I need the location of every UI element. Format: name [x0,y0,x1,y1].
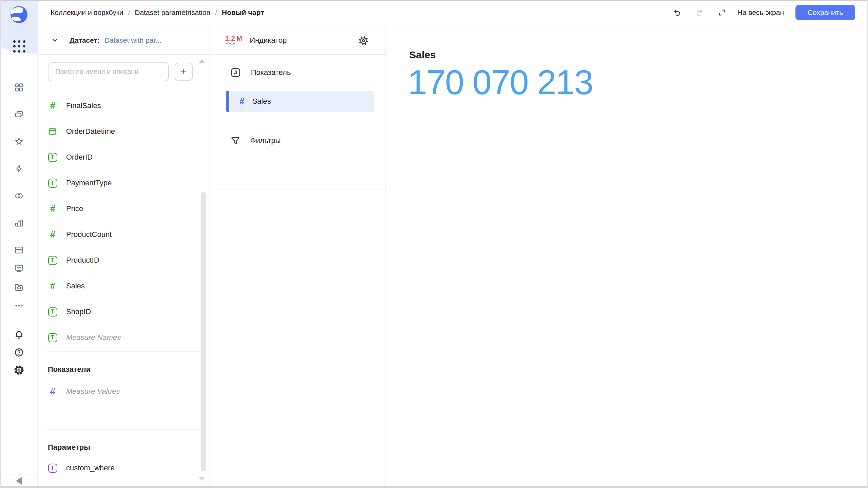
sidebar-item-workbooks[interactable] [9,79,29,96]
scroll-up-arrow[interactable] [198,59,205,63]
field-row-productid[interactable]: T ProductID [48,247,202,273]
field-label: Price [66,204,83,213]
sidebar-item-charts[interactable] [9,214,29,232]
fullscreen-toggle[interactable]: На весь экран [737,8,784,17]
sidebar-item-datasets[interactable] [9,187,29,205]
breadcrumb: Коллекции и воркбуки / Dataset parametri… [51,8,264,17]
field-label: PaymentType [66,179,112,187]
field-row-productcount[interactable]: # ProductCount [48,222,202,247]
chart-settings-button[interactable] [356,33,371,48]
breadcrumb-current-chart: Новый чарт [222,8,264,17]
expand-icon [717,8,726,17]
measure-section-label: Показатель [251,68,291,77]
date-field-icon [48,127,57,136]
collapse-arrow-icon [16,477,22,485]
window-border [0,0,868,1]
breadcrumb-collections[interactable]: Коллекции и воркбуки [51,8,123,17]
chevron-down-icon [51,36,59,44]
dataset-collapse-button[interactable] [49,35,61,46]
notifications-button[interactable] [9,326,29,344]
sidebar-item-collections[interactable] [9,106,29,123]
undo-button[interactable] [670,6,684,19]
funnel-icon [230,135,241,146]
chart-type-label: Индикатор [250,36,287,45]
breadcrumb-workbook[interactable]: Dataset parametrisation [135,8,210,17]
save-button[interactable]: Сохранить [795,5,855,20]
number-field-icon: # [239,97,244,106]
text-field-icon: T [48,256,57,265]
text-field-icon: T [48,307,57,317]
breadcrumb-separator: / [215,8,217,17]
window-border [0,486,868,488]
parameter-field-icon: T [48,464,57,473]
field-row-orderdatetime[interactable]: OrderDatetime [48,119,202,144]
top-header: Коллекции и воркбуки / Dataset parametri… [38,0,868,25]
dataset-name-link[interactable]: Dataset with par... [104,36,161,44]
scrollbar-thumb[interactable] [201,192,206,471]
expand-button[interactable] [715,6,729,19]
field-row-paymenttype[interactable]: T PaymentType [48,170,202,196]
sidebar-item-storage[interactable] [9,279,29,296]
field-label: ProductID [66,256,99,265]
field-label: ShopID [66,307,91,316]
field-label: OrderID [66,153,93,162]
breadcrumb-separator: / [128,8,130,17]
hash-square-icon: # [230,67,241,78]
field-label: ProductCount [66,230,112,239]
dataset-header: Датасет: Dataset with par... [38,26,210,55]
field-row-measure-names[interactable]: T Measure Names [48,325,202,350]
field-row-measure-values[interactable]: # Measure Values [48,379,202,404]
field-row-price[interactable]: # Price [48,196,202,222]
field-row-sales[interactable]: # Sales [48,273,202,299]
ellipsis-icon [14,301,24,311]
bell-icon [14,330,24,340]
collapse-sidebar-button[interactable] [10,476,27,486]
svg-text:#: # [234,69,237,76]
chart-type-selector[interactable]: 1.2M [225,35,242,45]
chart-config-panel: 1.2M Индикатор # Показатель [211,26,386,488]
section-divider [211,189,386,189]
datalens-logo[interactable] [10,5,28,24]
sidebar-item-tables[interactable] [9,241,29,259]
services-menu-icon[interactable] [13,40,26,53]
add-field-button[interactable]: + [175,63,193,81]
gear-icon [14,365,24,375]
search-input[interactable] [48,62,169,81]
field-search-row: + [48,62,193,81]
number-field-icon: # [48,204,57,214]
measure-chip-sales[interactable]: # Sales [226,91,374,112]
field-row-finalsales[interactable]: # FinalSales [48,93,202,119]
field-row-custom-where[interactable]: T custom_where [48,455,202,481]
number-field-icon: # [48,281,57,291]
measures-section-title: Показатели [48,365,91,374]
parameters-section-title: Параметры [48,443,90,452]
header-actions: На весь экран Сохранить [670,5,855,20]
table-icon [14,245,24,255]
field-row-orderid[interactable]: T OrderID [48,144,202,170]
text-field-icon: T [48,153,57,162]
bar-chart-icon [14,218,24,228]
help-button[interactable] [9,344,29,361]
undo-icon [673,8,682,17]
sidebar-item-more[interactable] [9,297,29,314]
scroll-down-arrow[interactable] [198,477,205,481]
sidebar-item-favorites[interactable] [9,133,29,150]
indicator-value: 170 070 213 [408,63,593,102]
question-icon [14,347,24,358]
section-divider [46,351,201,352]
star-icon [14,137,24,147]
redo-button[interactable] [693,6,706,19]
settings-button[interactable] [9,361,29,379]
sidebar-item-dashboards[interactable] [9,260,29,277]
text-field-icon: T [48,333,57,342]
field-label: Measure Values [66,387,120,396]
folder-cloud-icon [14,282,24,292]
section-divider [211,124,386,124]
dimensions-list: # FinalSales OrderDatetime T OrderID T P… [48,93,202,350]
filters-section: Фильтры [230,135,281,146]
field-label: Sales [66,282,85,290]
datalens-logo-icon [10,5,28,24]
lightning-icon [14,164,24,174]
sidebar-item-connections[interactable] [9,160,29,178]
field-row-shopid[interactable]: T ShopID [48,299,202,325]
